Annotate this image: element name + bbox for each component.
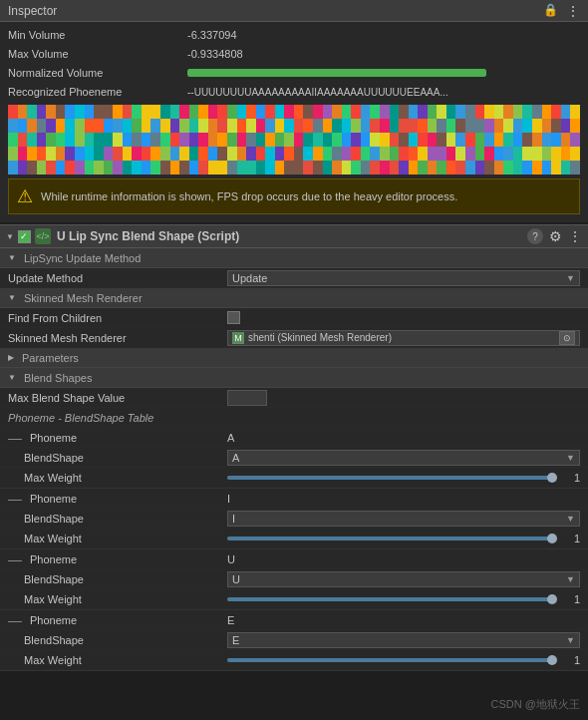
viz-cell [123, 161, 133, 175]
maxweight-slider-track-4[interactable] [227, 658, 556, 662]
viz-cell [179, 119, 189, 133]
component-enabled-checkbox[interactable]: ✓ [18, 230, 31, 243]
group-dash-1: — [8, 431, 22, 445]
blendshape-dropdown-1[interactable]: A ▼ [227, 450, 580, 466]
viz-cell [561, 119, 571, 133]
viz-cell [179, 147, 189, 161]
max-blend-value[interactable]: 100 [227, 390, 267, 406]
maxweight-slider-track-2[interactable] [227, 537, 556, 540]
viz-cell [437, 161, 446, 175]
viz-cell [428, 161, 438, 175]
viz-cell [8, 105, 18, 119]
parameters-section-label: Parameters [22, 352, 79, 364]
viz-cell [513, 161, 523, 175]
dropdown-arrow: ▼ [566, 273, 575, 283]
find-from-children-checkbox[interactable] [227, 311, 240, 324]
update-method-dropdown[interactable]: Update ▼ [227, 270, 580, 286]
blendshape-dropdown-2[interactable]: I ▼ [227, 511, 580, 527]
viz-cell [160, 133, 170, 147]
viz-cell [351, 119, 361, 133]
viz-cell [237, 105, 247, 119]
viz-column [170, 105, 180, 175]
viz-cell [189, 147, 199, 161]
viz-cell [275, 161, 285, 175]
skinned-mesh-renderer-field[interactable]: M shenti (Skinned Mesh Renderer) ⊙ [227, 330, 580, 346]
viz-cell [446, 147, 456, 161]
object-select-btn[interactable]: ⊙ [559, 331, 575, 345]
blendshape-dropdown-4[interactable]: E ▼ [227, 632, 580, 648]
viz-column [522, 105, 532, 175]
lipsync-toggle[interactable]: ▼ [8, 253, 16, 262]
viz-column [94, 105, 104, 175]
viz-cell [132, 147, 142, 161]
viz-column [198, 105, 208, 175]
viz-column [65, 105, 75, 175]
viz-cell [246, 161, 256, 175]
viz-cell [351, 147, 361, 161]
warning-box: ⚠ While runtime information is shown, FP… [8, 179, 580, 214]
viz-column [484, 105, 494, 175]
viz-cell [170, 161, 180, 175]
viz-cell [256, 119, 266, 133]
viz-cell [551, 161, 561, 175]
component-menu-icon[interactable]: ⋮ [568, 228, 582, 244]
viz-cell [455, 147, 465, 161]
maxweight-slider-fill-3 [227, 597, 556, 601]
phoneme-row-4: — Phoneme E [0, 610, 588, 630]
viz-cell [551, 147, 561, 161]
viz-cell [494, 133, 504, 147]
maxweight-label-3: Max Weight [8, 593, 227, 605]
blendshape-dropdown-arrow-4: ▼ [566, 635, 575, 645]
blend-shapes-toggle[interactable]: ▼ [8, 373, 16, 382]
lock-icon[interactable]: 🔒 [543, 3, 558, 19]
viz-column [85, 105, 95, 175]
settings-icon[interactable]: ⚙ [549, 228, 562, 244]
viz-column [303, 105, 313, 175]
viz-cell [8, 161, 18, 175]
viz-cell [484, 133, 494, 147]
viz-cell [370, 161, 380, 175]
viz-cell [332, 105, 342, 119]
viz-cell [132, 105, 142, 119]
viz-cell [522, 119, 532, 133]
viz-cell [561, 161, 571, 175]
maxweight-slider-track-1[interactable] [227, 476, 556, 480]
blendshape-row-4: BlendShape E ▼ [0, 630, 588, 650]
normalized-volume-fill [187, 69, 486, 77]
viz-cell [370, 105, 380, 119]
viz-cell [75, 105, 85, 119]
viz-column [275, 105, 285, 175]
menu-icon[interactable]: ⋮ [566, 3, 580, 19]
skinned-mesh-section-header: ▼ Skinned Mesh Renderer [0, 288, 588, 308]
blendshape-dropdown-arrow-2: ▼ [566, 514, 575, 524]
help-icon[interactable]: ? [527, 228, 543, 244]
viz-cell [323, 161, 333, 175]
component-toggle-arrow[interactable]: ▼ [6, 232, 14, 241]
viz-cell [189, 119, 199, 133]
viz-cell [513, 105, 523, 119]
blendshape-dropdown-3[interactable]: U ▼ [227, 571, 580, 587]
stats-section: Min Volume -6.337094 Max Volume -0.93348… [0, 22, 588, 222]
viz-column [513, 105, 523, 175]
blendshape-dropdown-arrow-1: ▼ [566, 453, 575, 463]
viz-cell [465, 147, 475, 161]
viz-cell [46, 147, 56, 161]
parameters-section-header: ▶ Parameters [0, 348, 588, 368]
viz-cell [428, 105, 438, 119]
viz-cell [189, 133, 199, 147]
viz-cell [361, 161, 371, 175]
maxweight-slider-track-3[interactable] [227, 597, 556, 601]
viz-column [75, 105, 85, 175]
viz-cell [65, 105, 75, 119]
viz-cell [399, 147, 409, 161]
viz-cell [256, 147, 266, 161]
skinned-toggle[interactable]: ▼ [8, 293, 16, 302]
viz-cell [409, 161, 419, 175]
parameters-toggle[interactable]: ▶ [8, 353, 14, 362]
maxweight-slider-container-2: 1 [227, 533, 580, 544]
viz-column [265, 105, 275, 175]
viz-cell [542, 133, 552, 147]
viz-cell [104, 119, 114, 133]
viz-cell [265, 161, 275, 175]
viz-cell [160, 147, 170, 161]
